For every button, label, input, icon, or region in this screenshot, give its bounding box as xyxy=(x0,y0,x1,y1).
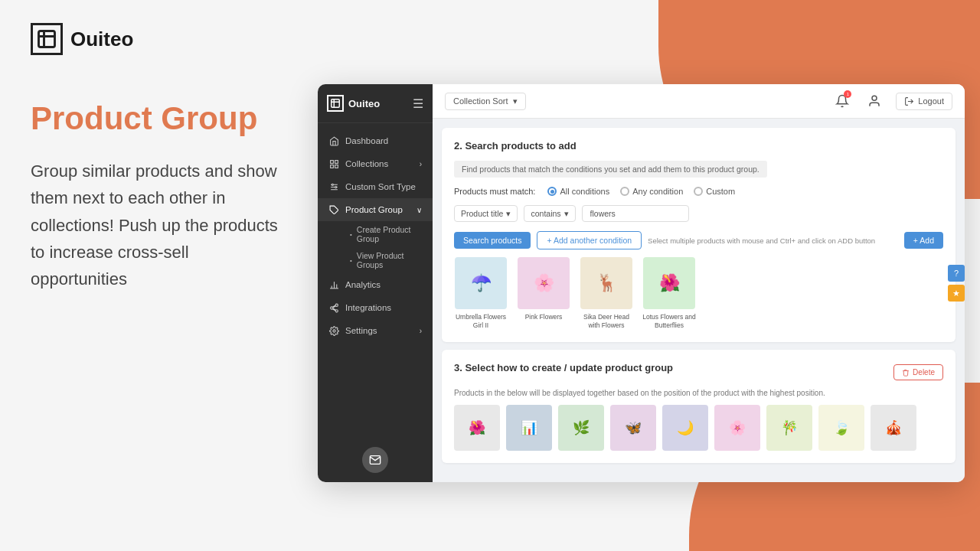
search-products-label: Search products xyxy=(463,236,521,245)
add-products-button[interactable]: + Add xyxy=(904,232,943,249)
main-content: Collection Sort ▾ 1 xyxy=(433,84,965,482)
list-item[interactable]: 🎪 xyxy=(871,405,916,451)
sidebar-footer xyxy=(318,438,433,482)
grid-icon xyxy=(328,158,339,169)
list-item[interactable]: 🎋 xyxy=(766,405,812,451)
products-grid: ☂️ Umbrella Flowers Girl II 🌸 Pink Flowe… xyxy=(454,257,943,330)
sidebar-item-collections[interactable]: Collections › xyxy=(318,152,433,175)
list-item[interactable]: 🌸 xyxy=(714,405,760,451)
sidebar-item-settings[interactable]: Settings › xyxy=(318,319,433,342)
settings-icon xyxy=(328,325,339,336)
menu-icon[interactable]: ☰ xyxy=(413,96,423,111)
user-profile-icon[interactable] xyxy=(864,90,885,112)
section2-hint: Find products that match the conditions … xyxy=(454,161,767,178)
user-avatar[interactable] xyxy=(362,447,388,473)
sidebar-item-label: Settings xyxy=(345,326,377,335)
logo: Ouiteo xyxy=(31,23,287,55)
collection-sort-dropdown[interactable]: Collection Sort ▾ xyxy=(445,93,526,110)
product-thumbnail: 🌺 xyxy=(643,257,695,309)
sidebar-nav: Dashboard Collections › xyxy=(318,123,433,438)
help-button[interactable]: ? xyxy=(948,265,965,282)
star-button[interactable]: ★ xyxy=(948,285,965,302)
section2-title: 2. Search products to add xyxy=(454,140,943,152)
delete-label: Delete xyxy=(913,368,935,377)
logout-label: Logout xyxy=(918,96,944,106)
sidebar-item-dashboard[interactable]: Dashboard xyxy=(318,129,433,152)
sidebar-item-custom-sort[interactable]: Custom Sort Type xyxy=(318,175,433,198)
list-item[interactable]: 🍃 xyxy=(818,405,864,451)
sidebar-header: Ouiteo ☰ xyxy=(318,84,433,123)
condition-value-input[interactable] xyxy=(582,205,689,222)
sidebar-logo: Ouiteo xyxy=(327,95,380,112)
radio-custom[interactable]: Custom xyxy=(694,187,735,196)
list-item[interactable]: 🌺 xyxy=(454,405,500,451)
sliders-icon xyxy=(328,181,339,192)
list-item[interactable]: 📊 xyxy=(506,405,552,451)
chevron-down-icon: ▾ xyxy=(506,209,511,218)
tag-icon xyxy=(328,204,339,215)
radio-label: Custom xyxy=(706,187,735,196)
sidebar-sub-create-product-group[interactable]: Create Product Group xyxy=(339,221,433,247)
sub-item-label: View Product Groups xyxy=(357,251,422,269)
list-item[interactable]: ☂️ Umbrella Flowers Girl II xyxy=(454,257,508,330)
products-must-match-row: Products must match: All conditions Any … xyxy=(454,187,943,196)
delete-button[interactable]: Delete xyxy=(893,364,943,380)
svg-point-8 xyxy=(335,186,336,187)
app-window: Ouiteo ☰ Dashboard xyxy=(318,84,965,482)
section3-header: 3. Select how to create / update product… xyxy=(454,362,943,383)
topbar-actions: 1 Logout xyxy=(831,90,952,112)
content-area: 2. Search products to add Find products … xyxy=(433,119,965,482)
radio-all-conditions[interactable]: All conditions xyxy=(547,187,609,196)
sidebar-item-product-group[interactable]: Product Group ∨ xyxy=(318,198,433,221)
chevron-down-icon: ▾ xyxy=(564,209,569,218)
logout-button[interactable]: Logout xyxy=(896,93,952,110)
svg-rect-2 xyxy=(330,165,333,168)
product-thumbnail: 🌸 xyxy=(518,257,570,309)
sidebar-item-label: Custom Sort Type xyxy=(345,182,416,191)
list-item[interactable]: 🌸 Pink Flowers xyxy=(517,257,570,330)
search-products-button[interactable]: Search products xyxy=(454,232,531,249)
product-thumbnail: ☂️ xyxy=(455,257,507,309)
dropdown-arrow-icon: ▾ xyxy=(513,96,518,106)
add-condition-label: + Add another condition xyxy=(547,236,632,245)
svg-rect-3 xyxy=(335,165,338,168)
sidebar: Ouiteo ☰ Dashboard xyxy=(318,84,433,482)
notifications-icon[interactable]: 1 xyxy=(831,90,853,112)
radio-dot-active xyxy=(547,187,557,196)
sidebar-sub-items: Create Product Group View Product Groups xyxy=(318,221,433,273)
search-products-card: 2. Search products to add Find products … xyxy=(442,128,956,342)
add-condition-button[interactable]: + Add another condition xyxy=(537,231,642,249)
svg-point-15 xyxy=(872,96,877,100)
list-item[interactable]: 🦋 xyxy=(610,405,656,451)
product-name: Sika Deer Head with Flowers xyxy=(580,313,633,330)
section3-title: 3. Select how to create / update product… xyxy=(454,362,673,373)
operator-select[interactable]: contains ▾ xyxy=(524,205,575,222)
notification-badge: 1 xyxy=(844,90,851,98)
page-description: Group similar products and show them nex… xyxy=(31,158,287,292)
svg-rect-0 xyxy=(330,160,333,163)
product-field-label: Product title xyxy=(461,209,503,218)
match-label: Products must match: xyxy=(454,187,535,196)
radio-any-condition[interactable]: Any condition xyxy=(620,187,683,196)
logo-icon xyxy=(31,23,63,55)
product-field-select[interactable]: Product title ▾ xyxy=(454,205,518,222)
list-item[interactable]: 🌿 xyxy=(558,405,604,451)
list-item[interactable]: 🌙 xyxy=(662,405,708,451)
list-item[interactable]: 🦌 Sika Deer Head with Flowers xyxy=(580,257,633,330)
radio-group: All conditions Any condition Custom xyxy=(547,187,735,196)
condition-row: Product title ▾ contains ▾ xyxy=(454,205,943,222)
sidebar-sub-view-product-groups[interactable]: View Product Groups xyxy=(339,247,433,273)
list-item[interactable]: 🌺 Lotus Flowers and Butterflies xyxy=(642,257,696,330)
sidebar-item-integrations[interactable]: Integrations xyxy=(318,296,433,319)
sidebar-item-analytics[interactable]: Analytics xyxy=(318,273,433,296)
add-products-label: + Add xyxy=(913,236,934,245)
plug-icon xyxy=(328,302,339,313)
chart-icon xyxy=(328,279,339,290)
logo-text: Ouiteo xyxy=(70,28,133,51)
sidebar-logo-icon xyxy=(327,95,344,112)
radio-label: All conditions xyxy=(560,187,609,196)
action-row: Search products + Add another condition … xyxy=(454,231,943,249)
create-product-group-card: 3. Select how to create / update product… xyxy=(442,350,956,463)
left-panel: Ouiteo Product Group Group similar produ… xyxy=(0,0,318,551)
section3-desc: Products in the below will be displayed … xyxy=(454,389,943,397)
